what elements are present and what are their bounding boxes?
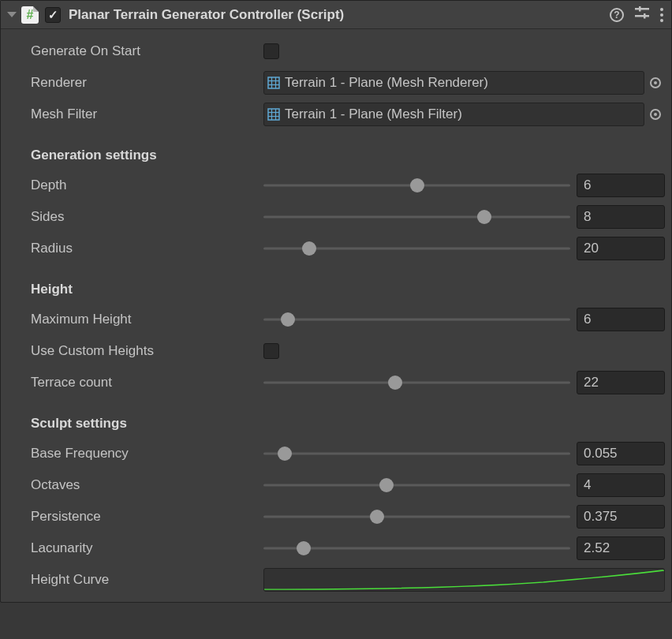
svg-rect-1 [639, 6, 641, 12]
component-header[interactable]: Planar Terrain Generator Controller (Scr… [1, 1, 671, 29]
height-curve-label: Height Curve [31, 572, 263, 588]
renderer-row: Renderer Terrain 1 - Plane (Mesh Rendere… [9, 67, 665, 99]
renderer-label: Renderer [31, 75, 263, 91]
sides-label: Sides [31, 209, 263, 225]
max-height-label: Maximum Height [31, 312, 263, 327]
sides-input[interactable] [577, 205, 665, 229]
svg-rect-2 [635, 15, 649, 17]
depth-row: Depth [9, 170, 665, 201]
component-enable-checkbox[interactable] [45, 7, 61, 23]
base-frequency-row: Base Frequency [9, 438, 665, 469]
generation-section-header: Generation settings [9, 141, 665, 170]
generate-on-start-checkbox[interactable] [263, 43, 279, 59]
terrace-count-slider[interactable] [263, 375, 570, 390]
octaves-label: Octaves [31, 477, 263, 493]
mesh-filter-row: Mesh Filter Terrain 1 - Plane (Mesh Filt… [9, 99, 665, 130]
height-section-header: Height [9, 275, 665, 304]
sculpt-section-header: Sculpt settings [9, 409, 665, 438]
persistence-row: Persistence [9, 501, 665, 532]
svg-rect-0 [635, 8, 649, 10]
base-frequency-slider[interactable] [263, 446, 570, 462]
generate-on-start-label: Generate On Start [31, 43, 263, 59]
mesh-filter-picker-button[interactable] [646, 103, 665, 126]
octaves-row: Octaves [9, 469, 665, 501]
component-body: Generate On Start Renderer Terrain 1 - P… [1, 29, 671, 602]
sides-slider[interactable] [263, 209, 570, 225]
use-custom-heights-checkbox[interactable] [263, 343, 279, 359]
svg-rect-4 [268, 77, 279, 88]
radius-label: Radius [31, 241, 263, 256]
persistence-input[interactable] [577, 505, 665, 529]
persistence-label: Persistence [31, 509, 263, 525]
radius-input[interactable] [577, 237, 665, 260]
height-curve-field[interactable] [263, 568, 665, 592]
lacunarity-input[interactable] [577, 536, 665, 560]
context-menu-icon[interactable] [660, 6, 663, 23]
radius-slider[interactable] [263, 241, 570, 256]
mesh-filter-object-field[interactable]: Terrain 1 - Plane (Mesh Filter) [263, 103, 644, 126]
depth-slider[interactable] [263, 178, 570, 193]
height-curve-row: Height Curve [9, 564, 665, 596]
renderer-object-field[interactable]: Terrain 1 - Plane (Mesh Renderer) [263, 71, 644, 95]
generate-on-start-row: Generate On Start [9, 36, 665, 67]
base-frequency-input[interactable] [577, 442, 665, 465]
octaves-input[interactable] [577, 473, 665, 497]
lacunarity-slider[interactable] [263, 540, 570, 556]
svg-rect-9 [268, 109, 279, 120]
object-picker-icon [650, 109, 661, 120]
lacunarity-row: Lacunarity [9, 532, 665, 564]
persistence-slider[interactable] [263, 509, 570, 525]
terrace-count-row: Terrace count [9, 367, 665, 398]
lacunarity-label: Lacunarity [31, 540, 263, 556]
mesh-filter-icon [267, 108, 280, 121]
svg-rect-3 [644, 13, 646, 19]
terrace-count-label: Terrace count [31, 375, 263, 390]
component-title: Planar Terrain Generator Controller (Scr… [69, 7, 610, 23]
depth-label: Depth [31, 178, 263, 193]
script-icon [21, 6, 39, 24]
use-custom-heights-row: Use Custom Heights [9, 335, 665, 367]
use-custom-heights-label: Use Custom Heights [31, 343, 263, 359]
header-actions: ? [610, 6, 663, 23]
object-picker-icon [650, 77, 661, 88]
mesh-renderer-icon [267, 77, 280, 89]
terrace-count-input[interactable] [577, 371, 665, 394]
mesh-filter-value: Terrain 1 - Plane (Mesh Filter) [285, 106, 640, 122]
sides-row: Sides [9, 201, 665, 233]
depth-input[interactable] [577, 174, 665, 197]
curve-preview-icon [264, 569, 664, 591]
renderer-picker-button[interactable] [646, 71, 665, 95]
base-frequency-label: Base Frequency [31, 446, 263, 462]
max-height-row: Maximum Height [9, 304, 665, 335]
radius-row: Radius [9, 233, 665, 264]
mesh-filter-label: Mesh Filter [31, 106, 263, 122]
octaves-slider[interactable] [263, 477, 570, 493]
help-icon[interactable]: ? [610, 8, 624, 22]
foldout-arrow-icon[interactable] [7, 12, 17, 17]
preset-icon[interactable] [635, 6, 649, 23]
max-height-input[interactable] [577, 308, 665, 331]
renderer-value: Terrain 1 - Plane (Mesh Renderer) [285, 75, 640, 91]
max-height-slider[interactable] [263, 312, 570, 327]
inspector-component: Planar Terrain Generator Controller (Scr… [0, 0, 672, 603]
